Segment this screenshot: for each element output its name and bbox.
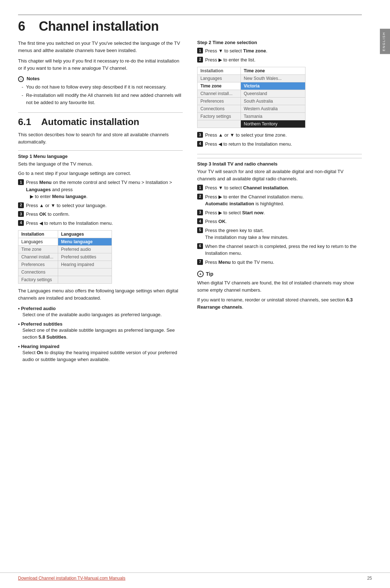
step-num: 3 [197, 132, 203, 138]
step1-content3: Press OK to confirm. [26, 211, 183, 218]
tz-cell: Tasmania [241, 113, 306, 120]
left-column: The first time you switched on your TV y… [18, 40, 183, 368]
step-num: 1 [197, 48, 203, 53]
step1-item2: 2 Press ▲ or ▼ to select your language. [18, 202, 183, 209]
step1-sub2: Go to a next step if your language setti… [18, 170, 183, 177]
chapter-title: 6 Channel installation [18, 19, 362, 34]
step1-item1: 1 Press Menu on the remote control and s… [18, 179, 183, 200]
step3-item2: 2 Press ▶ to enter the Channel installat… [197, 193, 362, 207]
page-number: 25 [367, 576, 372, 581]
notes-title: ○ Notes [18, 76, 183, 82]
table-cell: Connections [18, 269, 58, 276]
table-cell: Channel install... [18, 253, 58, 261]
page-wrapper: ENGLISH 6 Channel installation The first… [0, 0, 390, 588]
step3-content6: When the channel search is completed, pr… [205, 243, 362, 257]
tip-p2: If you want to rename, reorder or uninst… [197, 296, 362, 310]
step3-content2: Press ▶ to enter the Channel installatio… [205, 193, 362, 207]
notes-list: You do not have to follow every step des… [18, 83, 183, 106]
notes-label: Notes [27, 76, 40, 81]
bullet-title: • Preferred subtitles [18, 321, 183, 327]
top-border [18, 14, 362, 15]
table-cell: Menu language [58, 238, 112, 246]
tip-icon: + [197, 271, 204, 277]
tip-p1: When digital TV channels are found, the … [197, 279, 362, 293]
tz-cell: Channel install... [198, 90, 241, 98]
step3-item1: 1 Press ▼ to select Channel installation… [197, 184, 362, 192]
bullet-hearing-impaired: • Hearing impaired Select On to display … [18, 344, 183, 363]
tz-cell: South Australia [241, 98, 306, 105]
note-item: You do not have to follow every step des… [22, 83, 183, 91]
step3-content7: Press Menu to quit the TV menu. [205, 259, 362, 266]
tz-cell: Western Australia [241, 105, 306, 113]
table-col2-header: Languages [58, 231, 112, 238]
step-num: 3 [197, 210, 203, 215]
step2-item2: 2 Press ▶ to enter the list. [197, 56, 362, 64]
section-61-num: 6.1 [18, 116, 31, 127]
step3-content1: Press ▼ to select Channel installation. [205, 184, 362, 192]
section-divider-2 [197, 154, 362, 154]
bullet-text: Select one of the available audio langua… [18, 311, 183, 318]
step-num-4: 4 [18, 220, 24, 226]
tip-header: + Tip [197, 271, 362, 277]
notes-icon: ○ [18, 76, 24, 82]
step2-item1: 1 Press ▼ to select Time zone. [197, 47, 362, 55]
step-num-3: 3 [18, 211, 24, 217]
step1-item3: 3 Press OK to confirm. [18, 211, 183, 218]
section-61-text: Automatic installation [41, 116, 139, 127]
step2-content4: Press ◀ to return to the Installation me… [205, 141, 362, 148]
tz-cell: Factory settings [198, 113, 241, 120]
step3-item7: 7 Press Menu to quit the TV menu. [197, 259, 362, 266]
side-tab: ENGLISH [380, 29, 390, 54]
section-61-intro: This section describes how to search for… [18, 131, 183, 145]
step2-item4: 4 Press ◀ to return to the Installation … [197, 141, 362, 148]
step1-steps: 1 Press Menu on the remote control and s… [18, 179, 183, 227]
main-content: 6 Channel installation The first time yo… [0, 0, 380, 588]
tip-section: + Tip When digital TV channels are found… [197, 271, 362, 310]
step-num: 4 [197, 218, 203, 224]
table-cell [58, 269, 112, 276]
step2-content1: Press ▼ to select Time zone. [205, 47, 362, 55]
table-cell: Preferences [18, 261, 58, 269]
step2-header: Step 2 Time zone selection [197, 40, 362, 45]
table-cell: Preferred audio [58, 246, 112, 253]
step-num: 5 [197, 227, 203, 233]
step-num: 2 [197, 57, 203, 63]
bullet-preferred-audio: • Preferred audio Select one of the avai… [18, 306, 183, 318]
bullet-title: • Preferred audio [18, 306, 183, 311]
right-column: Step 2 Time zone selection 1 Press ▼ to … [197, 40, 362, 368]
note-item: Re-installation will modify the All chan… [22, 92, 183, 106]
step-num-2: 2 [18, 202, 24, 208]
step3-item6: 6 When the channel search is completed, … [197, 243, 362, 257]
bullet-text: Select On to display the hearing impaire… [18, 349, 183, 363]
footer-link[interactable]: Download Channel installation TV-Manual.… [18, 576, 125, 581]
step2-content2: Press ▶ to enter the list. [205, 56, 362, 64]
tz-cell: Time zone [198, 82, 241, 90]
step1-content1: Press Menu on the remote control and sel… [26, 179, 183, 200]
step1-content2: Press ▲ or ▼ to select your language. [26, 202, 183, 209]
section-divider [18, 112, 183, 113]
step2-after-steps: 3 Press ▲ or ▼ to select your time zone.… [197, 132, 362, 147]
two-column-layout: The first time you switched on your TV y… [18, 40, 362, 368]
step3-content3: Press ▶ to select Start now. [205, 209, 362, 216]
intro-p1: The first time you switched on your TV y… [18, 40, 183, 54]
step1-sub1: Sets the language of the TV menus. [18, 160, 183, 168]
step3-intro: Your TV will search for and store all av… [197, 168, 362, 182]
table-cell: Factory settings [18, 276, 58, 284]
bullet-title: • Hearing impaired [18, 344, 183, 349]
step3-steps: 1 Press ▼ to select Channel installation… [197, 184, 362, 266]
tz-col2-header: Time zone [241, 67, 306, 75]
tz-col1-header: Installation [198, 67, 241, 75]
step2-item3: 3 Press ▲ or ▼ to select your time zone. [197, 132, 362, 139]
step3-item4: 4 Press OK. [197, 218, 362, 225]
step1-header: Step 1 Menu language [18, 150, 183, 159]
table-cell: Languages [18, 238, 58, 246]
chapter-title-text: Channel installation [39, 19, 159, 34]
table-cell: Hearing impaired [58, 261, 112, 269]
section-61-title: 6.1 Automatic installation [18, 116, 183, 128]
tz-cell: Victoria [241, 82, 306, 90]
step2-steps: 1 Press ▼ to select Time zone. 2 Press ▶… [197, 47, 362, 63]
step1-item4: 4 Press ◀ to return to the Installation … [18, 220, 183, 227]
step3-content4: Press OK. [205, 218, 362, 225]
chapter-num: 6 [18, 19, 25, 34]
tz-cell: Connections [198, 105, 241, 113]
